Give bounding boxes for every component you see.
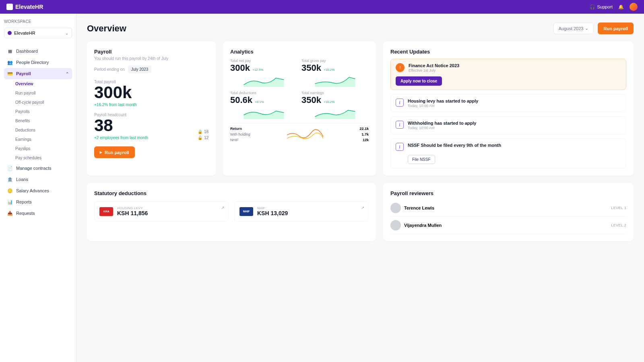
file-nssf-button[interactable]: File NSSF [408,155,435,164]
analytics-title: Analytics [230,49,369,55]
returns-sparkline-icon [287,127,323,142]
alert-icon: ! [396,63,405,72]
avatar [390,220,401,230]
subnav-run-payroll[interactable]: Run payroll [12,88,72,98]
unlocked-count: 12 [204,136,208,140]
unlock-icon: 🔓 [198,136,202,140]
run-payroll-button[interactable]: Run payroll [598,23,634,34]
subnav-payrolls[interactable]: Payrolls [12,107,72,116]
user-avatar[interactable] [630,3,638,11]
stat-earnings: Total earnings 350k +10.2% [301,91,369,119]
nav-dashboard[interactable]: ▦Dashboard [4,45,72,57]
wallet-icon: 💳 [7,71,13,76]
stat-net-pay: Total net pay 300k +12.5% [230,59,297,87]
info-icon: i [396,143,404,151]
people-icon: 👥 [7,60,13,65]
nav: ▦Dashboard 👥People Directory 💳Payroll ⌃ … [4,45,72,219]
reviewer-row: Terence Lewis LEVEL 1 [390,200,626,217]
chart-icon: 📊 [7,199,13,205]
org-name: ElevateHR [14,31,63,35]
lock-icon: 🔒 [198,130,202,134]
inbox-icon: 📥 [7,210,13,216]
total-payroll-value: 300k [94,84,208,101]
payroll-title: Payroll [94,49,208,55]
brand-name: ElevateHR [15,4,43,10]
subnav-deductions[interactable]: Deductions [12,125,72,135]
nav-people[interactable]: 👥People Directory [4,57,72,68]
period-label: Period ending on [94,67,125,72]
payroll-subtitle: You should run this payroll by 24th of J… [94,56,208,61]
nav-requests[interactable]: 📥Requests [4,208,72,219]
statutory-card: Statutory deductions KRA HOUSING LEVY KS… [87,183,376,241]
updates-title: Recent Updates [390,49,626,55]
sparkline-icon [230,107,297,119]
stat-gross-pay: Total gross pay 350k +10.2% [301,59,369,87]
main: Overview August 2023⌄ Run payroll Payrol… [76,14,644,362]
analytics-card: Analytics Total net pay 300k +12.5% Tota… [223,41,376,176]
stat-deductions: Total deductions 50.6k +8.1% [230,91,297,119]
update-finance-act: ! Finance Act Notice 2023 Effective 1st … [390,59,626,90]
headcount-value: 38 [94,117,148,134]
subnav-overview[interactable]: Overview [12,79,72,88]
external-link-icon[interactable]: ↗ [361,206,364,210]
period-chip[interactable]: July 2023 [128,66,152,73]
statutory-housing-levy: KRA HOUSING LEVY KSH 11,856 ↗ [94,201,229,222]
nav-payroll[interactable]: 💳Payroll ⌃ [4,68,72,79]
info-icon: i [396,121,404,129]
return-withholding-label: With holding [230,132,250,136]
returns-title: Return [230,127,250,131]
kra-logo-icon: KRA [99,207,113,216]
return-other-value: 12k [359,138,369,142]
external-link-icon[interactable]: ↗ [221,206,224,210]
chevron-down-icon: ⌄ [585,26,588,31]
nav-loans[interactable]: 🏦Loans [4,174,72,185]
apply-finance-act-button[interactable]: Apply now to close [396,76,442,86]
brand-logo[interactable]: ElevateHR [6,4,43,10]
statutory-title: Statutory deductions [94,190,369,196]
total-payroll-change: +16.2% from last month [94,103,208,107]
period-selector[interactable]: August 2023⌄ [553,23,594,34]
payroll-subnav: Overview Run payroll Off-cycle payroll P… [12,79,72,162]
coins-icon: 🪙 [7,188,13,193]
bank-icon: 🏦 [7,177,13,182]
sparkline-icon [230,75,297,87]
updates-card: Recent Updates ! Finance Act Notice 2023… [383,41,634,176]
update-withholding: i Withholding has started to apply Today… [390,116,626,134]
subnav-earnings[interactable]: Earnings [12,135,72,144]
subnav-offcycle[interactable]: Off-cycle payroll [12,98,72,107]
headset-icon: 🎧 [590,4,595,10]
chevron-down-icon: ⌄ [65,31,68,35]
workspace-label: Workspace [4,19,72,24]
subnav-benefits[interactable]: Benefits [12,116,72,125]
returns-row: Return With holding NHIF 22.1k 1.7k 12k [230,123,369,142]
support-link[interactable]: 🎧 Support [590,4,613,10]
play-icon: ▸ [100,150,102,155]
return-nhif-value: 1.7k [359,132,369,136]
info-icon: i [396,99,404,107]
return-nhif-label: NHIF [230,138,250,142]
sparkline-icon [301,107,369,119]
nav-advances[interactable]: 🪙Salary Advances [4,185,72,196]
reviewers-title: Payroll reviewers [390,190,626,196]
notifications-icon[interactable]: 🔔 [618,4,624,10]
reviewers-card: Payroll reviewers Terence Lewis LEVEL 1 [383,183,634,241]
doc-icon: 📄 [7,165,13,171]
page-title: Overview [87,23,126,34]
update-nssf: i NSSF Should be filed every 9th of the … [390,138,626,169]
reviewer-row: Vijayendra Mullen LEVEL 2 [390,217,626,234]
nhif-logo-icon: NHIF [239,207,253,216]
nav-contracts[interactable]: 📄Manage contracts [4,162,72,174]
chevron-up-icon: ⌃ [66,72,69,76]
run-payroll-card-button[interactable]: ▸ Run payroll [94,146,135,158]
headcount-change: +2 employees from last month [94,136,148,140]
support-label: Support [597,4,613,9]
subnav-payschedules[interactable]: Pay schedules [12,153,72,162]
org-selector[interactable]: ElevateHR ⌄ [4,28,72,38]
topbar: ElevateHR 🎧 Support 🔔 [0,0,644,14]
nav-reports[interactable]: 📊Reports [4,196,72,208]
statutory-nhif: NHIF NHIF KSH 13,029 ↗ [234,201,369,222]
avatar [390,203,401,213]
return-withholding-value: 22.1k [359,127,369,131]
org-dot-icon [8,31,12,35]
subnav-payslips[interactable]: Payslips [12,144,72,153]
